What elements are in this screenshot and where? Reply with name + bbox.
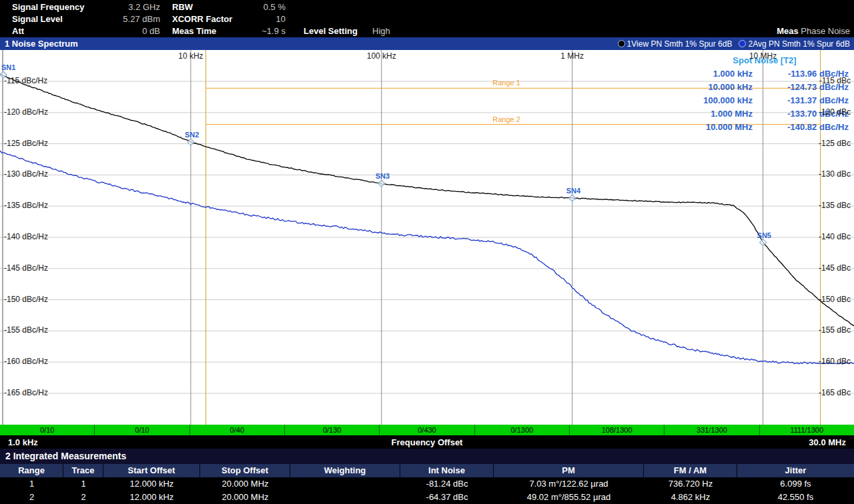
marker-sn4-label: SN4 (566, 187, 580, 195)
integrated-col-header: FM / AM (644, 464, 737, 477)
marker-sn4-diamond[interactable] (569, 195, 576, 201)
spot-noise-row: 100.000 kHz-131.37 dBc/Hz (681, 94, 849, 107)
y-tick-left: -155 dBc/Hz (4, 325, 48, 335)
att-label: Att (12, 26, 24, 36)
y-tick-right: -165 dBc (819, 388, 851, 397)
y-tick-right: -125 dBc (819, 139, 851, 148)
integrated-col-header: Jitter (737, 464, 854, 477)
axis-title: Frequency Offset (392, 437, 463, 447)
integrated-col-header: Range (0, 464, 63, 477)
legend-trace-1[interactable]: 1View PN Smth 1% Spur 6dB (618, 39, 733, 49)
integrated-cell: 6.099 fs (737, 477, 854, 491)
y-tick-left: -130 dBc/Hz (4, 169, 48, 179)
y-tick-right: -120 dBc (819, 107, 851, 117)
marker-sn2-diamond[interactable] (187, 139, 194, 145)
window-title: 1 Noise Spectrum (0, 39, 78, 49)
meas-time-value[interactable]: ~1.9 s (220, 26, 286, 36)
x-decade-label: 10 kHz (178, 51, 203, 61)
signal-frequency-label: Signal Frequency (12, 2, 84, 12)
integrated-cell: 20.000 MHz (200, 477, 290, 491)
level-setting-value[interactable]: High (372, 26, 390, 36)
marker-sn1-label: SN1 (1, 63, 15, 71)
signal-level-value[interactable]: 5.27 dBm (89, 14, 160, 24)
spot-noise-offset: 10.000 MHz (681, 121, 753, 134)
status-header: Signal Frequency 3.2 GHz Signal Level 5.… (0, 0, 854, 37)
integrated-cell: 20.000 MHz (200, 491, 290, 504)
xcorr-progress-bar: 0/100/100/400/1300/4300/1300108/1300331/… (0, 425, 854, 435)
y-tick-left: -150 dBc/Hz (4, 295, 48, 304)
integrated-cell: 1 (0, 477, 63, 491)
rbw-label: RBW (172, 2, 193, 12)
integrated-col-header: PM (494, 464, 644, 477)
y-tick-left: -165 dBc/Hz (4, 388, 48, 397)
spot-noise-offset: 1.000 kHz (681, 67, 753, 81)
integrated-col-header: Stop Offset (200, 464, 290, 477)
xcorr-factor-value[interactable]: 10 (220, 14, 286, 24)
spot-noise-offset: 10.000 kHz (681, 81, 753, 94)
integrated-row-2: 2212.000 kHz20.000 MHz-64.37 dBc49.02 m°… (0, 491, 854, 504)
integrated-col-header: Trace (63, 464, 103, 477)
integrated-table-body: 1112.000 kHz20.000 MHz-81.24 dBc7.03 m°/… (0, 477, 854, 504)
legend-trace-2-label: 2Avg PN Smth 1% Spur 6dB (748, 39, 850, 49)
integrated-table-header: RangeTraceStart OffsetStop OffsetWeighti… (0, 464, 854, 477)
integrated-cell: 12.000 kHz (103, 491, 200, 504)
att-value[interactable]: 0 dB (89, 26, 160, 36)
signal-frequency-value[interactable]: 3.2 GHz (89, 2, 160, 12)
y-tick-right: -155 dBc (819, 325, 851, 335)
marker-sn5-label: SN5 (757, 231, 771, 239)
y-tick-right: -140 dBc (819, 232, 851, 241)
integrated-col-header: Int Noise (400, 464, 494, 477)
rbw-value[interactable]: 0.5 % (220, 2, 286, 12)
integrated-cell: 12.000 kHz (103, 477, 200, 491)
legend-trace-1-label: 1View PN Smth 1% Spur 6dB (627, 39, 733, 49)
meas-time-label: Meas Time (172, 26, 216, 36)
y-tick-left: -145 dBc/Hz (4, 263, 48, 273)
trace-legend: 1View PN Smth 1% Spur 6dB2Avg PN Smth 1%… (618, 39, 854, 49)
integrated-cell (290, 491, 400, 504)
spot-noise-offset: 100.000 kHz (681, 94, 753, 107)
noise-spectrum-chart[interactable]: Spot Noise [T2] 1.000 kHz-113.96 dBc/Hz1… (0, 50, 854, 425)
level-setting-label: Level Setting (304, 26, 358, 36)
xcorr-segment: 0/40 (189, 425, 284, 435)
integrated-cell: 2 (63, 491, 103, 504)
meas-mode-value[interactable]: Phase Noise (801, 26, 850, 36)
x-decade-label: 100 kHz (367, 51, 396, 61)
integrated-cell: -64.37 dBc (400, 491, 494, 504)
spot-noise-value: -131.37 dBc/Hz (753, 94, 849, 107)
signal-level-label: Signal Level (12, 14, 63, 24)
axis-stop-frequency: 30.0 MHz (809, 437, 854, 447)
xcorr-segment: 0/430 (379, 425, 474, 435)
marker-sn3-diamond[interactable] (378, 180, 385, 187)
integrated-cell: -81.24 dBc (400, 477, 494, 491)
y-tick-right: -145 dBc (819, 263, 851, 273)
integrated-cell: 2 (0, 491, 63, 504)
integrated-cell: 7.03 m°/122.62 µrad (494, 477, 644, 491)
range-label-2: Range 2 (492, 115, 520, 123)
integrated-row-1: 1112.000 kHz20.000 MHz-81.24 dBc7.03 m°/… (0, 477, 854, 491)
x-decade-label: 1 MHz (560, 51, 584, 61)
y-tick-left: -135 dBc/Hz (4, 201, 48, 210)
y-tick-left: -120 dBc/Hz (4, 107, 48, 117)
integrated-cell: 49.02 m°/855.52 µrad (494, 491, 644, 504)
trace-2-color-icon (739, 40, 746, 47)
xcorr-segment: 0/10 (0, 425, 94, 435)
integrated-cell: 736.720 Hz (644, 477, 737, 491)
marker-sn3-label: SN3 (376, 172, 390, 180)
xcorr-segment: 108/1300 (569, 425, 664, 435)
legend-trace-2[interactable]: 2Avg PN Smth 1% Spur 6dB (739, 39, 850, 49)
y-tick-right: -130 dBc (819, 169, 851, 179)
integrated-cell: 4.862 kHz (644, 491, 737, 504)
y-tick-right: -160 dBc (819, 357, 851, 366)
y-tick-left: -115 dBc/Hz (4, 76, 47, 85)
marker-sn2-label: SN2 (185, 131, 199, 139)
noise-spectrum-title-bar[interactable]: 1 Noise Spectrum 1View PN Smth 1% Spur 6… (0, 37, 854, 50)
spot-noise-offset: 1.000 MHz (681, 107, 753, 121)
y-tick-left: -125 dBc/Hz (4, 139, 48, 148)
spot-noise-table: Spot Noise [T2] 1.000 kHz-113.96 dBc/Hz1… (681, 54, 849, 134)
xcorr-segment: 331/1300 (664, 425, 759, 435)
xcorr-segment: 0/1300 (474, 425, 569, 435)
integrated-cell (290, 477, 400, 491)
integrated-measurements-title[interactable]: 2 Integrated Measurements (0, 449, 854, 464)
range-label-1: Range 1 (492, 79, 520, 87)
xcorr-segment: 0/10 (94, 425, 189, 435)
